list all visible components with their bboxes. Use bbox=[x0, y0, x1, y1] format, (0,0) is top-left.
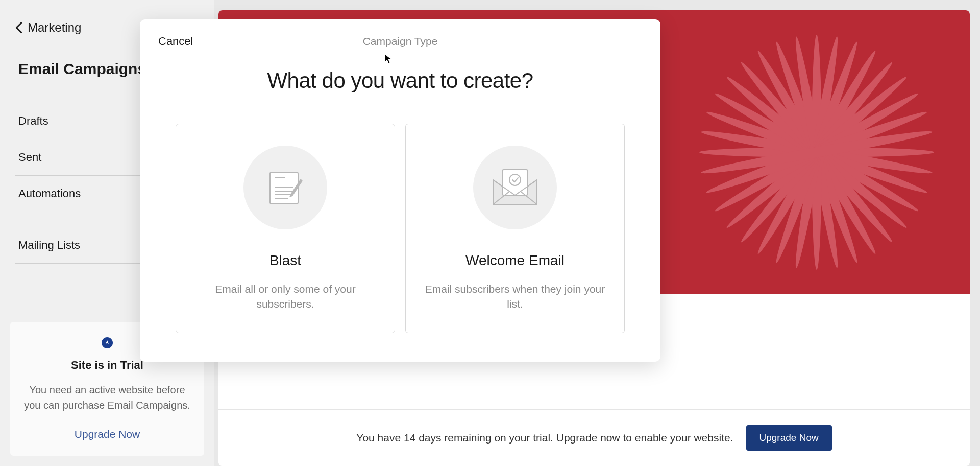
option-title: Welcome Email bbox=[465, 252, 565, 269]
compass-icon bbox=[102, 337, 113, 348]
campaign-options: Blast Email all or only some of your sub… bbox=[158, 124, 642, 333]
cursor-icon bbox=[384, 54, 393, 64]
firework-graphic bbox=[684, 19, 949, 285]
option-desc: Email all or only some of your subscribe… bbox=[191, 282, 379, 312]
modal-subtitle: Campaign Type bbox=[363, 35, 438, 48]
modal-question: What do you want to create? bbox=[158, 68, 642, 93]
modal-header: Cancel Campaign Type bbox=[158, 35, 642, 48]
welcome-email-icon bbox=[473, 146, 557, 229]
trial-bar-text: You have 14 days remaining on your trial… bbox=[356, 432, 733, 444]
option-welcome-email[interactable]: Welcome Email Email subscribers when the… bbox=[405, 124, 625, 333]
upgrade-now-button[interactable]: Upgrade Now bbox=[746, 425, 832, 451]
back-label: Marketing bbox=[28, 20, 81, 35]
trial-bar: You have 14 days remaining on your trial… bbox=[218, 409, 970, 466]
option-blast[interactable]: Blast Email all or only some of your sub… bbox=[176, 124, 395, 333]
option-desc: Email subscribers when they join your li… bbox=[421, 282, 609, 312]
blast-icon bbox=[243, 146, 327, 229]
trial-card-upgrade-link[interactable]: Upgrade Now bbox=[20, 428, 194, 440]
trial-card-body: You need an active website before you ca… bbox=[20, 382, 194, 413]
option-title: Blast bbox=[270, 252, 301, 269]
cancel-button[interactable]: Cancel bbox=[158, 35, 193, 48]
chevron-left-icon bbox=[15, 21, 22, 34]
campaign-type-modal: Cancel Campaign Type What do you want to… bbox=[140, 19, 660, 362]
svg-rect-24 bbox=[502, 170, 528, 195]
